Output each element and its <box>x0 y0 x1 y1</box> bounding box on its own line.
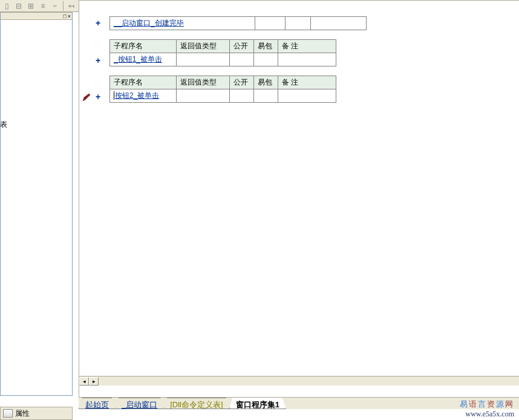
gap-icon[interactable]: ⫟ <box>50 1 60 11</box>
expand-toggle[interactable]: + <box>94 56 102 65</box>
left-bottom-tab[interactable]: 属性 <box>0 407 73 420</box>
scroll-left-button[interactable]: ◂ <box>79 377 89 386</box>
ret-cell[interactable] <box>177 89 230 103</box>
sub-block-2: 子程序名 返回值类型 公开 易包 备 注 按钮2_被单击 <box>109 76 336 103</box>
empty-cell[interactable] <box>311 17 367 30</box>
col-header-pub: 公开 <box>230 40 254 53</box>
note-cell[interactable] <box>278 53 336 66</box>
align-right-icon[interactable]: ⊞ <box>25 1 36 11</box>
separator <box>63 1 64 11</box>
watermark-title: 易语言资源网 <box>460 399 514 410</box>
pen-icon <box>82 92 91 102</box>
tab-dll-definitions[interactable]: [Dll命令定义表] <box>163 398 229 409</box>
tab-startup-window[interactable]: _启动窗口 <box>115 398 164 409</box>
table-row: 按钮2_被单击 <box>110 89 336 103</box>
expand-toggle[interactable]: + <box>94 19 102 27</box>
maximize-icon[interactable]: □ <box>63 13 66 19</box>
col-header-pkg: 易包 <box>254 76 278 89</box>
table-row: _按钮1_被单击 <box>110 53 336 66</box>
align-center-icon[interactable]: ⊟ <box>13 1 24 11</box>
code-editor-main: + __启动窗口_创建完毕 + 子程序名 返回值类型 公开 易包 备 注 _按钮… <box>79 0 519 398</box>
ret-cell[interactable] <box>177 53 230 66</box>
sub-name-cell[interactable]: _按钮1_被单击 <box>110 53 177 66</box>
col-header-pkg: 易包 <box>254 40 278 53</box>
col-header-ret: 返回值类型 <box>177 40 230 53</box>
sub-block-1: 子程序名 返回值类型 公开 易包 备 注 _按钮1_被单击 <box>109 39 336 66</box>
note-cell[interactable] <box>278 89 336 103</box>
col-header-note: 备 注 <box>278 76 336 89</box>
tab-start-page[interactable]: 起始页 <box>79 398 116 409</box>
move-left-icon[interactable]: ↤ <box>66 1 77 11</box>
document-tabs: 起始页 _启动窗口 [Dll命令定义表] 窗口程序集1 <box>79 397 519 409</box>
close-icon[interactable]: × <box>68 13 71 19</box>
distribute-icon[interactable]: ≡ <box>38 1 48 11</box>
sub-table: 子程序名 返回值类型 公开 易包 备 注 按钮2_被单击 <box>109 76 336 103</box>
horizontal-scrollbar[interactable]: ◂ ▸ <box>79 376 519 386</box>
align-left-icon[interactable]: ▯ <box>1 1 12 11</box>
pub-cell[interactable] <box>230 89 254 103</box>
properties-tab-label: 属性 <box>15 409 30 419</box>
first-sub-table: __启动窗口_创建完毕 <box>109 16 367 30</box>
pub-cell[interactable] <box>230 53 254 66</box>
pkg-cell[interactable] <box>254 89 278 103</box>
col-header-pub: 公开 <box>230 76 254 89</box>
col-header-ret: 返回值类型 <box>177 76 230 89</box>
col-header-note: 备 注 <box>278 40 336 53</box>
panel-header: □ × <box>1 13 72 20</box>
col-header-name: 子程序名 <box>110 40 177 53</box>
col-header-name: 子程序名 <box>110 76 177 89</box>
empty-cell[interactable] <box>255 17 286 30</box>
side-tab-label: 表 <box>0 120 7 130</box>
sub-table: 子程序名 返回值类型 公开 易包 备 注 _按钮1_被单击 <box>109 39 336 66</box>
left-panel: □ × <box>0 12 73 396</box>
scroll-right-button[interactable]: ▸ <box>89 377 99 386</box>
sub-name-cell-editing[interactable]: 按钮2_被单击 <box>110 89 177 103</box>
expand-toggle[interactable]: + <box>94 92 102 101</box>
empty-cell[interactable] <box>286 17 311 30</box>
pkg-cell[interactable] <box>254 53 278 66</box>
properties-icon <box>3 409 13 418</box>
watermark: 易语言资源网 www.e5a5x.com <box>460 399 514 419</box>
sub-name-cell[interactable]: __启动窗口_创建完毕 <box>110 17 255 30</box>
watermark-url: www.e5a5x.com <box>460 410 514 419</box>
tab-window-program-set[interactable]: 窗口程序集1 <box>229 398 286 409</box>
first-sub-row: __启动窗口_创建完毕 <box>109 16 367 30</box>
